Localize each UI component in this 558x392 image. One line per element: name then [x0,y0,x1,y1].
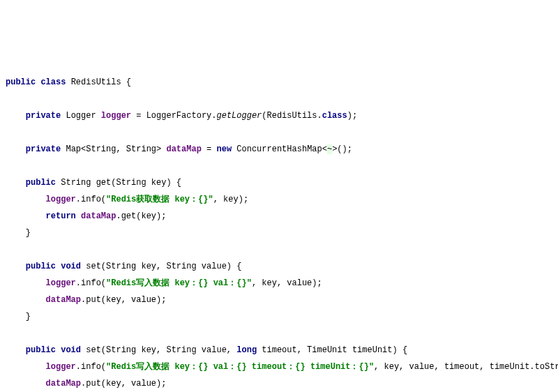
code-line [6,325,552,342]
code-token: long [236,345,257,355]
code-token: .info( [76,195,106,204]
code-token [6,345,26,355]
code-token: , key); [213,195,248,204]
code-token: dataMap [46,379,81,389]
code-line [6,124,552,141]
code-token [6,379,46,389]
code-token: .info( [76,278,106,288]
code-token: dataMap [46,295,81,305]
code-token [6,178,26,188]
code-line: return dataMap.get(key); [6,208,552,225]
code-token: "Redis获取数据 key：{}" [106,195,213,204]
code-token [6,111,26,121]
code-token: .info( [76,362,106,372]
code-line [6,241,552,258]
code-token: public void [26,345,81,355]
code-token: RedisUtils { [66,77,131,87]
code-token: set(String key, String value, [81,345,236,355]
code-token: public void [26,262,81,271]
code-line: } [6,308,552,325]
code-token: .put(key, value); [81,295,166,305]
code-token: private [26,111,61,121]
code-token: dataMap [81,211,116,221]
code-token [6,295,46,305]
code-token: timeout, TimeUnit timeUnit) { [257,345,407,355]
code-token: logger [46,278,76,288]
code-token: class [322,111,347,121]
code-token [6,211,46,221]
code-line: } [6,225,552,241]
code-block: public class RedisUtils { private Logger… [6,74,552,392]
code-line [6,91,552,107]
code-token: getLogger [216,111,262,121]
code-token: >(); [332,144,352,154]
code-token: public [26,178,56,188]
code-token: String get(String key) { [56,178,181,188]
code-token: private [26,144,61,154]
code-token: return [46,211,76,221]
code-line: public String get(String key) { [6,174,552,191]
code-token: Logger [61,111,101,121]
code-token [76,211,81,221]
code-line: logger.info("Redis写入数据 key：{} val：{}", k… [6,275,552,292]
code-token: (RedisUtils. [262,111,322,121]
code-line: public class RedisUtils { [6,74,552,91]
code-line [6,158,552,174]
code-token: logger [46,195,76,204]
code-line: dataMap.put(key, value); [6,375,552,392]
code-line: public void set(String key, String value… [6,342,552,359]
code-token: = [202,144,217,154]
code-token: .get(key); [116,211,166,221]
code-token: logger [46,362,76,372]
code-token [6,262,26,271]
code-token [6,195,46,204]
code-token: .put(key, value); [81,379,166,389]
code-token: Map<String, String> [61,144,166,154]
code-token: set(String key, String value) { [81,262,241,271]
code-line: private Map<String, String> dataMap = ne… [6,141,552,158]
code-token: } [6,312,31,322]
code-line: logger.info("Redis写入数据 key：{} val：{} tim… [6,359,552,375]
code-token [6,144,26,154]
code-token: logger [101,111,131,121]
code-token: public [6,77,36,87]
code-token: new [217,144,232,154]
code-token: "Redis写入数据 key：{} val：{} timeout：{} time… [106,362,374,372]
code-line: dataMap.put(key, value); [6,292,552,308]
code-token: "Redis写入数据 key：{} val：{}" [106,278,252,288]
code-token: , key, value); [252,278,322,288]
code-token: ); [347,111,357,121]
code-token: ConcurrentHashMap< [232,144,327,154]
code-line: public void set(String key, String value… [6,258,552,275]
code-token: } [6,228,31,238]
code-line: private Logger logger = LoggerFactory.ge… [6,107,552,124]
code-token [6,278,46,288]
code-token [6,362,46,372]
code-token: dataMap [166,144,201,154]
code-token: = LoggerFactory. [131,111,216,121]
code-line: logger.info("Redis获取数据 key：{}", key); [6,191,552,208]
code-token: class [40,77,66,87]
code-token: , key, value, timeout, timeUnit.toString… [374,362,558,372]
